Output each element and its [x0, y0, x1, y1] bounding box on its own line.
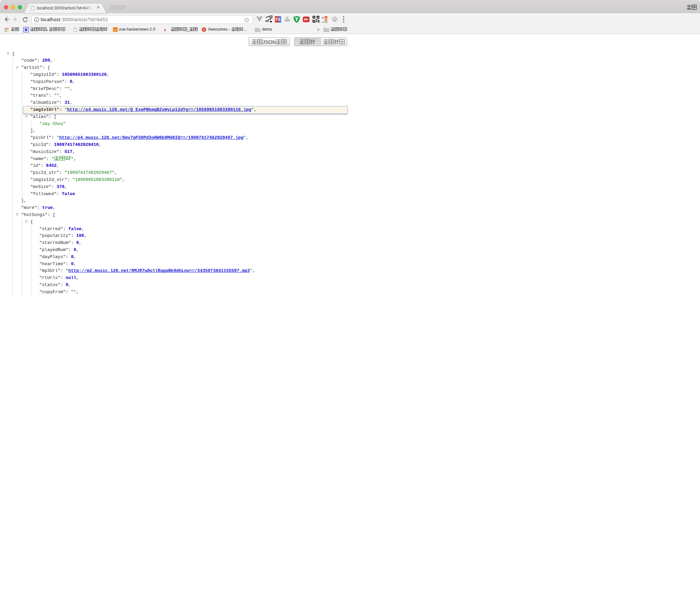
svg-text:y: y: [164, 27, 167, 32]
svg-text:A: A: [202, 28, 205, 31]
svg-text:5: 5: [325, 17, 327, 21]
svg-text:en: en: [265, 19, 269, 23]
svg-text:E: E: [278, 17, 281, 22]
svg-text:PLAYER: PLAYER: [322, 22, 328, 23]
svg-text:F: F: [275, 17, 278, 22]
svg-text:v: v: [114, 28, 116, 32]
